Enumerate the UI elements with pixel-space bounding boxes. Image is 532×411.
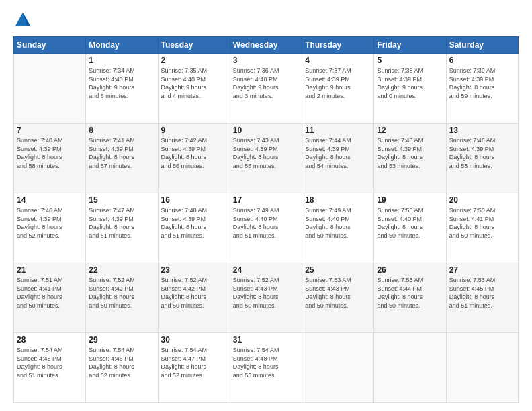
- logo: [13, 11, 35, 30]
- calendar-cell: 18Sunrise: 7:49 AM Sunset: 4:40 PM Dayli…: [302, 193, 374, 263]
- calendar-cell: 16Sunrise: 7:48 AM Sunset: 4:39 PM Dayli…: [158, 193, 230, 263]
- calendar-cell: 3Sunrise: 7:36 AM Sunset: 4:40 PM Daylig…: [230, 54, 302, 124]
- day-number: 19: [377, 195, 443, 205]
- calendar-cell: 25Sunrise: 7:53 AM Sunset: 4:43 PM Dayli…: [302, 263, 374, 333]
- calendar-cell: 14Sunrise: 7:46 AM Sunset: 4:39 PM Dayli…: [14, 193, 86, 263]
- calendar-cell: 22Sunrise: 7:52 AM Sunset: 4:42 PM Dayli…: [86, 263, 158, 333]
- calendar-cell: 5Sunrise: 7:38 AM Sunset: 4:39 PM Daylig…: [374, 54, 446, 124]
- day-info: Sunrise: 7:45 AM Sunset: 4:39 PM Dayligh…: [377, 136, 443, 170]
- day-number: 27: [449, 265, 515, 275]
- day-info: Sunrise: 7:49 AM Sunset: 4:40 PM Dayligh…: [233, 206, 299, 240]
- weekday-header-thursday: Thursday: [302, 37, 374, 54]
- day-number: 21: [17, 265, 83, 275]
- calendar-cell: 27Sunrise: 7:53 AM Sunset: 4:45 PM Dayli…: [446, 263, 518, 333]
- day-info: Sunrise: 7:41 AM Sunset: 4:39 PM Dayligh…: [89, 136, 154, 170]
- day-number: 23: [161, 265, 227, 275]
- day-number: 20: [449, 195, 515, 205]
- day-info: Sunrise: 7:37 AM Sunset: 4:39 PM Dayligh…: [305, 66, 371, 100]
- calendar-cell: 11Sunrise: 7:44 AM Sunset: 4:39 PM Dayli…: [302, 124, 374, 193]
- day-info: Sunrise: 7:46 AM Sunset: 4:39 PM Dayligh…: [449, 136, 515, 170]
- day-number: 26: [377, 265, 443, 275]
- day-number: 18: [305, 195, 371, 205]
- day-number: 22: [89, 265, 154, 275]
- calendar-cell: 8Sunrise: 7:41 AM Sunset: 4:39 PM Daylig…: [86, 124, 158, 193]
- day-number: 3: [233, 56, 299, 65]
- day-info: Sunrise: 7:54 AM Sunset: 4:48 PM Dayligh…: [233, 346, 299, 379]
- calendar-table: SundayMondayTuesdayWednesdayThursdayFrid…: [13, 36, 519, 403]
- day-number: 10: [233, 126, 299, 135]
- calendar-cell: 7Sunrise: 7:40 AM Sunset: 4:39 PM Daylig…: [14, 124, 86, 193]
- weekday-header-friday: Friday: [374, 37, 446, 54]
- day-number: 12: [377, 126, 443, 135]
- calendar-week-row: 21Sunrise: 7:51 AM Sunset: 4:41 PM Dayli…: [14, 263, 519, 333]
- page: SundayMondayTuesdayWednesdayThursdayFrid…: [0, 0, 532, 411]
- day-number: 14: [17, 195, 83, 205]
- day-info: Sunrise: 7:40 AM Sunset: 4:39 PM Dayligh…: [17, 136, 83, 170]
- weekday-header-sunday: Sunday: [14, 37, 86, 54]
- weekday-header-row: SundayMondayTuesdayWednesdayThursdayFrid…: [14, 37, 519, 54]
- day-number: 17: [233, 195, 299, 205]
- day-number: 31: [233, 335, 299, 345]
- calendar-header: SundayMondayTuesdayWednesdayThursdayFrid…: [14, 37, 519, 54]
- calendar-cell: 17Sunrise: 7:49 AM Sunset: 4:40 PM Dayli…: [230, 193, 302, 263]
- day-info: Sunrise: 7:44 AM Sunset: 4:39 PM Dayligh…: [305, 136, 371, 170]
- calendar-cell: 4Sunrise: 7:37 AM Sunset: 4:39 PM Daylig…: [302, 54, 374, 124]
- weekday-header-wednesday: Wednesday: [230, 37, 302, 54]
- day-info: Sunrise: 7:54 AM Sunset: 4:47 PM Dayligh…: [161, 346, 227, 379]
- day-info: Sunrise: 7:53 AM Sunset: 4:43 PM Dayligh…: [305, 276, 371, 310]
- day-number: 5: [377, 56, 443, 65]
- day-info: Sunrise: 7:36 AM Sunset: 4:40 PM Dayligh…: [233, 66, 299, 100]
- day-number: 7: [17, 126, 83, 135]
- weekday-header-tuesday: Tuesday: [158, 37, 230, 54]
- calendar-cell: 21Sunrise: 7:51 AM Sunset: 4:41 PM Dayli…: [14, 263, 86, 333]
- day-info: Sunrise: 7:52 AM Sunset: 4:43 PM Dayligh…: [233, 276, 299, 310]
- calendar-cell: [302, 333, 374, 403]
- day-number: 13: [449, 126, 515, 135]
- logo-icon: [13, 11, 32, 30]
- day-info: Sunrise: 7:53 AM Sunset: 4:45 PM Dayligh…: [449, 276, 515, 310]
- calendar-cell: 2Sunrise: 7:35 AM Sunset: 4:40 PM Daylig…: [158, 54, 230, 124]
- calendar-week-row: 14Sunrise: 7:46 AM Sunset: 4:39 PM Dayli…: [14, 193, 519, 263]
- calendar-cell: 23Sunrise: 7:52 AM Sunset: 4:42 PM Dayli…: [158, 263, 230, 333]
- day-info: Sunrise: 7:34 AM Sunset: 4:40 PM Dayligh…: [89, 66, 154, 100]
- calendar-cell: 13Sunrise: 7:46 AM Sunset: 4:39 PM Dayli…: [446, 124, 518, 193]
- day-info: Sunrise: 7:52 AM Sunset: 4:42 PM Dayligh…: [89, 276, 154, 310]
- calendar-week-row: 7Sunrise: 7:40 AM Sunset: 4:39 PM Daylig…: [14, 124, 519, 193]
- weekday-header-monday: Monday: [86, 37, 158, 54]
- day-number: 15: [89, 195, 154, 205]
- calendar-cell: 26Sunrise: 7:53 AM Sunset: 4:44 PM Dayli…: [374, 263, 446, 333]
- calendar-cell: 15Sunrise: 7:47 AM Sunset: 4:39 PM Dayli…: [86, 193, 158, 263]
- calendar-cell: 1Sunrise: 7:34 AM Sunset: 4:40 PM Daylig…: [86, 54, 158, 124]
- day-number: 30: [161, 335, 227, 345]
- calendar-week-row: 28Sunrise: 7:54 AM Sunset: 4:45 PM Dayli…: [14, 333, 519, 403]
- day-number: 25: [305, 265, 371, 275]
- day-info: Sunrise: 7:48 AM Sunset: 4:39 PM Dayligh…: [161, 206, 227, 240]
- calendar-cell: 12Sunrise: 7:45 AM Sunset: 4:39 PM Dayli…: [374, 124, 446, 193]
- day-number: 2: [161, 56, 227, 65]
- day-info: Sunrise: 7:50 AM Sunset: 4:40 PM Dayligh…: [377, 206, 443, 240]
- day-number: 28: [17, 335, 83, 345]
- calendar-cell: 6Sunrise: 7:39 AM Sunset: 4:39 PM Daylig…: [446, 54, 518, 124]
- day-info: Sunrise: 7:51 AM Sunset: 4:41 PM Dayligh…: [17, 276, 83, 310]
- day-info: Sunrise: 7:54 AM Sunset: 4:46 PM Dayligh…: [89, 346, 154, 379]
- calendar-cell: 19Sunrise: 7:50 AM Sunset: 4:40 PM Dayli…: [374, 193, 446, 263]
- calendar-cell: [446, 333, 518, 403]
- day-number: 1: [89, 56, 154, 65]
- day-info: Sunrise: 7:49 AM Sunset: 4:40 PM Dayligh…: [305, 206, 371, 240]
- calendar-cell: 29Sunrise: 7:54 AM Sunset: 4:46 PM Dayli…: [86, 333, 158, 403]
- day-info: Sunrise: 7:47 AM Sunset: 4:39 PM Dayligh…: [89, 206, 154, 240]
- day-number: 8: [89, 126, 154, 135]
- day-number: 29: [89, 335, 154, 345]
- day-info: Sunrise: 7:38 AM Sunset: 4:39 PM Dayligh…: [377, 66, 443, 100]
- day-info: Sunrise: 7:42 AM Sunset: 4:39 PM Dayligh…: [161, 136, 227, 170]
- day-info: Sunrise: 7:53 AM Sunset: 4:44 PM Dayligh…: [377, 276, 443, 310]
- day-number: 11: [305, 126, 371, 135]
- day-number: 9: [161, 126, 227, 135]
- calendar-cell: [374, 333, 446, 403]
- day-info: Sunrise: 7:46 AM Sunset: 4:39 PM Dayligh…: [17, 206, 83, 240]
- calendar-cell: 31Sunrise: 7:54 AM Sunset: 4:48 PM Dayli…: [230, 333, 302, 403]
- day-info: Sunrise: 7:39 AM Sunset: 4:39 PM Dayligh…: [449, 66, 515, 100]
- day-info: Sunrise: 7:43 AM Sunset: 4:39 PM Dayligh…: [233, 136, 299, 170]
- day-number: 4: [305, 56, 371, 65]
- calendar-cell: [14, 54, 86, 124]
